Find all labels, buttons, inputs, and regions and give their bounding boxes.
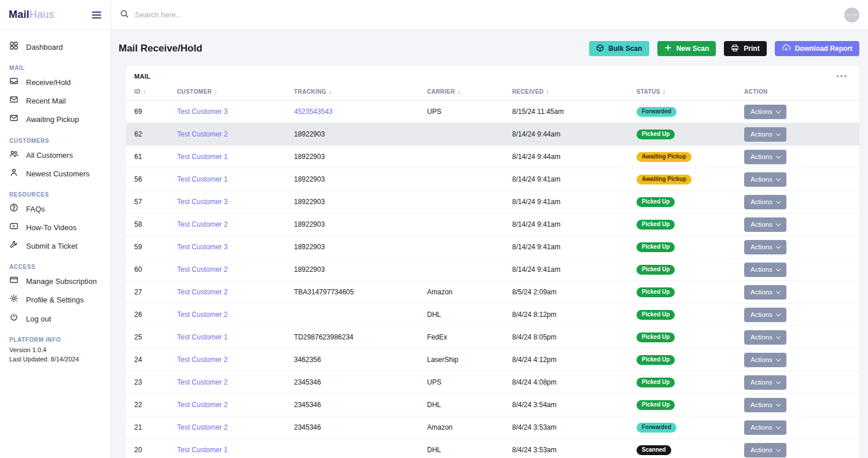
cell-action: Actions (744, 371, 859, 394)
gear-icon (9, 294, 19, 306)
table-row: 57Test Customer 3189229038/14/24 9:41amP… (126, 191, 859, 213)
actions-button[interactable]: Actions (744, 285, 786, 300)
cell-status: Picked Up (637, 191, 744, 213)
sidebar-section-label: Access (0, 256, 111, 272)
sidebar-item-label: All Customers (26, 150, 73, 161)
actions-button[interactable]: Actions (744, 420, 786, 435)
status-badge: Picked Up (637, 355, 675, 365)
column-header-received[interactable]: RECEIVED↓ (512, 83, 637, 101)
actions-button[interactable]: Actions (744, 353, 786, 367)
customer-link[interactable]: Test Customer 1 (177, 175, 227, 183)
cell-carrier (427, 191, 512, 213)
sidebar-item-label: Newest Customers (26, 168, 90, 180)
table-row: 20Test Customer 1DHL8/4/24 3:53amScanned… (126, 439, 859, 458)
cell-tracking: 2345346 (294, 371, 427, 394)
sort-arrow-icon: ↓ (457, 88, 461, 95)
customer-link[interactable]: Test Customer 2 (177, 288, 227, 296)
cell-carrier (427, 146, 512, 168)
customer-link[interactable]: Test Customer 3 (177, 243, 227, 251)
customer-link[interactable]: Test Customer 1 (177, 153, 227, 161)
cell-status: Picked Up (637, 236, 744, 258)
customer-link[interactable]: Test Customer 1 (177, 446, 227, 454)
table-row: 21Test Customer 22345346Amazon8/4/24 3:5… (126, 416, 859, 439)
actions-button[interactable]: Actions (744, 375, 786, 390)
cell-id: 24 (126, 349, 177, 371)
customer-link[interactable]: Test Customer 2 (177, 130, 227, 138)
actions-button[interactable]: Actions (744, 330, 786, 345)
actions-button[interactable]: Actions (744, 240, 786, 254)
sidebar-item-manage-subscription[interactable]: Manage Subscription (0, 272, 111, 291)
cell-status: Picked Up (637, 258, 744, 281)
column-header-id[interactable]: ID↓ (126, 83, 177, 101)
actions-button[interactable]: Actions (744, 398, 786, 412)
actions-button[interactable]: Actions (744, 217, 786, 232)
customer-link[interactable]: Test Customer 2 (177, 423, 227, 431)
cell-action: Actions (744, 416, 859, 439)
customer-link[interactable]: Test Customer 2 (177, 356, 227, 364)
cell-tracking (294, 304, 427, 326)
cell-id: 22 (126, 394, 177, 416)
actions-button[interactable]: Actions (744, 150, 786, 164)
cell-tracking: 2345346 (294, 394, 427, 416)
customer-link[interactable]: Test Customer 2 (177, 378, 227, 386)
cell-status: Picked Up (637, 213, 744, 236)
actions-button[interactable]: Actions (744, 172, 786, 187)
cell-carrier (427, 236, 512, 258)
sidebar-item-newest-customers[interactable]: Newest Customers (0, 165, 111, 183)
customer-link[interactable]: Test Customer 1 (177, 333, 227, 341)
hamburger-menu-icon[interactable] (91, 9, 102, 21)
sidebar-item-awaiting-pickup[interactable]: Awaiting Pickup (0, 110, 111, 129)
customer-link[interactable]: Test Customer 2 (177, 311, 227, 319)
new-scan-button[interactable]: New Scan (657, 41, 716, 56)
customer-link[interactable]: Test Customer 2 (177, 265, 227, 274)
status-badge: Forwarded (637, 107, 676, 117)
cell-id: 58 (126, 213, 177, 236)
print-button[interactable]: Print (724, 41, 766, 56)
avatar[interactable]: 30 x 30 (844, 8, 859, 23)
download-report-button[interactable]: Download Report (775, 41, 859, 56)
bulk-scan-button[interactable]: Bulk Scan (589, 41, 649, 56)
status-badge: Forwarded (637, 423, 676, 433)
cell-carrier: Amazon (427, 416, 512, 439)
search-input[interactable] (135, 10, 838, 19)
status-badge: Picked Up (637, 242, 675, 252)
sidebar-item-submit-a-ticket[interactable]: Submit a Ticket (0, 237, 111, 256)
table-row: 61Test Customer 1189229038/14/24 9:44amA… (126, 146, 859, 168)
column-header-status[interactable]: STATUS↓ (637, 83, 744, 101)
actions-button[interactable]: Actions (744, 105, 786, 119)
chevron-down-icon (775, 334, 780, 338)
customer-link[interactable]: Test Customer 3 (177, 108, 227, 116)
actions-button[interactable]: Actions (744, 308, 786, 322)
column-header-carrier[interactable]: CARRIER↓ (427, 83, 512, 101)
actions-button[interactable]: Actions (744, 195, 786, 209)
sidebar-item-recent-mail[interactable]: Recent Mail (0, 92, 111, 110)
sidebar-item-faqs[interactable]: FAQs (0, 200, 111, 219)
actions-button[interactable]: Actions (744, 127, 786, 142)
logo-text-bold: Mail (9, 9, 30, 20)
sidebar-item-receive-hold[interactable]: Receive/Hold (0, 73, 111, 92)
bulk-scan-label: Bulk Scan (609, 45, 642, 53)
sidebar-item-profile-settings[interactable]: Profile & Settings (0, 291, 111, 309)
avatar-placeholder-text: 30 x 30 (846, 13, 858, 17)
cell-tracking: 3462356 (294, 349, 427, 371)
sidebar-item-log-out[interactable]: Log out (0, 310, 111, 328)
more-options-icon[interactable]: ▪▪▪ (834, 73, 850, 80)
actions-button[interactable]: Actions (744, 443, 786, 457)
customer-link[interactable]: Test Customer 3 (177, 198, 227, 206)
column-header-customer[interactable]: CUSTOMER↓ (177, 83, 294, 101)
cell-tracking: TBA314797734605 (294, 281, 427, 304)
sidebar-item-how-to-videos[interactable]: How-To Videos (0, 219, 111, 237)
sidebar: MailHaus DashboardMailReceive/HoldRecent… (0, 0, 111, 458)
tracking-link[interactable]: 4523543543 (294, 108, 333, 116)
sidebar-item-all-customers[interactable]: All Customers (0, 146, 111, 165)
sidebar-header: MailHaus (0, 0, 111, 30)
column-header-tracking[interactable]: TRACKING↓ (294, 83, 427, 101)
actions-button[interactable]: Actions (744, 263, 786, 277)
cell-received: 8/14/24 9:41am (512, 258, 637, 281)
customer-link[interactable]: Test Customer 2 (177, 401, 227, 409)
cell-status: Awaiting Pickup (637, 146, 744, 168)
cell-received: 8/15/24 11:45am (512, 101, 637, 123)
customer-link[interactable]: Test Customer 2 (177, 220, 227, 228)
cell-action: Actions (744, 101, 859, 123)
sidebar-item-dashboard[interactable]: Dashboard (0, 38, 111, 57)
